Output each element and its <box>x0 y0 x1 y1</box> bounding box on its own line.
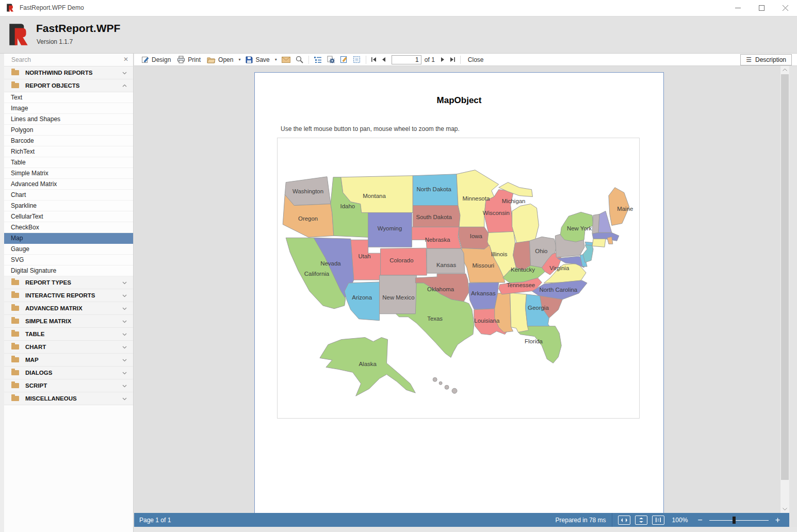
vertical-scrollbar[interactable] <box>780 66 789 513</box>
sidebar-item-cellulartext[interactable]: CellularText <box>4 211 133 222</box>
prev-page-button[interactable] <box>379 56 388 63</box>
sidebar-item-richtext[interactable]: RichText <box>4 146 133 157</box>
sidebar-item-table[interactable]: Table <box>4 157 133 168</box>
sidebar: ✕ NORTHWIND REPORTSREPORT OBJECTSTextIma… <box>0 54 134 532</box>
state-label-louisiana: Louisiana <box>474 318 500 324</box>
outline-button[interactable] <box>312 55 324 64</box>
sidebar-item-text[interactable]: Text <box>4 92 133 103</box>
scroll-up-icon[interactable] <box>780 66 789 74</box>
state-connecticut[interactable] <box>592 239 606 247</box>
find-button[interactable] <box>293 55 306 64</box>
state-hawaii[interactable] <box>439 381 442 385</box>
description-button[interactable]: ☰ Description <box>740 54 792 65</box>
one-to-one-icon <box>655 518 661 522</box>
sidebar-item-image[interactable]: Image <box>4 103 133 114</box>
item-label: Advanced Matrix <box>11 180 57 188</box>
edit-page-button[interactable] <box>337 55 350 64</box>
scroll-down-icon[interactable] <box>780 505 789 513</box>
watermark-button[interactable] <box>350 55 363 64</box>
sidebar-folder-interactive-reports[interactable]: INTERACTIVE REPORTS <box>4 289 133 302</box>
sidebar-item-gauge[interactable]: Gauge <box>4 244 133 255</box>
sidebar-folder-advanced-matrix[interactable]: ADVANCED MATRIX <box>4 302 133 315</box>
sidebar-item-advanced-matrix[interactable]: Advanced Matrix <box>4 179 133 190</box>
sidebar-item-lines-and-shapes[interactable]: Lines and Shapes <box>4 114 133 125</box>
state-label-south-dakota: South Dakota <box>416 214 452 220</box>
open-dropdown-arrow[interactable]: ▾ <box>236 57 242 62</box>
chevron-down-icon <box>122 344 127 350</box>
sidebar-folder-simple-matrix[interactable]: SIMPLE MATRIX <box>4 315 133 328</box>
print-button[interactable]: Print <box>174 55 204 64</box>
zoom-out-button[interactable]: − <box>695 516 704 524</box>
design-button[interactable]: Design <box>138 55 174 64</box>
page-setup-button[interactable] <box>324 55 337 64</box>
search-input[interactable] <box>10 55 116 65</box>
next-page-button[interactable] <box>438 56 447 63</box>
sidebar-folder-map[interactable]: MAP <box>4 354 133 367</box>
item-label: Gauge <box>11 245 29 253</box>
item-label: Barcode <box>11 137 34 144</box>
sidebar-folder-northwind-reports[interactable]: NORTHWIND REPORTS <box>4 66 133 79</box>
toolbar-separator <box>366 56 366 64</box>
save-dropdown-arrow[interactable]: ▾ <box>273 57 279 62</box>
state-label-oregon: Oregon <box>298 215 318 222</box>
folder-label: REPORT OBJECTS <box>25 82 79 89</box>
folder-icon <box>11 383 19 388</box>
item-label: Text <box>11 94 22 101</box>
fit-width-icon <box>621 518 627 522</box>
close-preview-button[interactable]: Close <box>463 55 489 64</box>
state-kansas[interactable] <box>427 248 465 273</box>
sidebar-folder-report-objects[interactable]: REPORT OBJECTS <box>4 79 133 92</box>
app-header: FastReport.WPF Version 1.1.7 <box>0 16 797 54</box>
close-window-button[interactable] <box>773 0 797 16</box>
email-button[interactable] <box>279 56 293 64</box>
sidebar-folder-dialogs[interactable]: DIALOGS <box>4 367 133 379</box>
sidebar-folder-miscellaneous[interactable]: MISCELLANEOUS <box>4 392 133 405</box>
chevron-up-icon <box>122 83 127 89</box>
sidebar-folder-table[interactable]: TABLE <box>4 328 133 341</box>
open-button[interactable]: Open <box>204 55 236 64</box>
state-indiana[interactable] <box>513 241 531 270</box>
state-arizona[interactable] <box>345 282 380 321</box>
state-rhode-island[interactable] <box>607 237 613 244</box>
zoom-slider[interactable] <box>709 516 769 524</box>
zoom-in-button[interactable]: + <box>773 516 782 524</box>
sidebar-item-digital-signature[interactable]: Digital Signature <box>4 265 133 276</box>
save-button[interactable]: Save <box>242 55 272 64</box>
state-florida[interactable] <box>518 326 562 363</box>
sidebar-item-polygon[interactable]: Polygon <box>4 125 133 136</box>
sidebar-folder-script[interactable]: SCRIPT <box>4 379 133 392</box>
sidebar-item-simple-matrix[interactable]: Simple Matrix <box>4 168 133 179</box>
us-map[interactable]: WashingtonOregonIdahoMontanaWyomingNorth… <box>278 138 639 418</box>
one-to-one-button[interactable] <box>652 516 664 525</box>
vertical-scroll-thumb[interactable] <box>781 74 789 480</box>
page-number-input[interactable] <box>392 55 421 64</box>
fit-page-width-button[interactable] <box>618 516 630 525</box>
sidebar-item-barcode[interactable]: Barcode <box>4 136 133 146</box>
minimize-button[interactable] <box>726 0 750 16</box>
state-hawaii[interactable] <box>433 377 437 381</box>
email-envelope-icon <box>282 57 290 63</box>
last-page-button[interactable] <box>447 56 458 63</box>
fit-whole-page-button[interactable] <box>635 516 647 525</box>
sidebar-item-chart[interactable]: Chart <box>4 190 133 201</box>
sidebar-item-map[interactable]: Map <box>4 233 133 244</box>
hamburger-icon: ☰ <box>746 56 752 63</box>
state-label-north-carolina: North Carolina <box>539 287 577 293</box>
maximize-button[interactable] <box>750 0 773 16</box>
state-label-new-mexico: New Mexico <box>382 294 414 301</box>
sidebar-folder-chart[interactable]: CHART <box>4 341 133 354</box>
zoom-slider-thumb[interactable] <box>733 517 736 524</box>
clear-search-icon[interactable]: ✕ <box>123 56 128 63</box>
folder-icon <box>11 331 19 337</box>
sidebar-item-sparkline[interactable]: Sparkline <box>4 201 133 211</box>
search-magnifier-icon <box>296 56 303 63</box>
state-label-texas: Texas <box>427 315 443 322</box>
preview-area[interactable]: MapObject Use the left mouse button to p… <box>134 66 780 513</box>
sidebar-item-checkbox[interactable]: CheckBox <box>4 222 133 233</box>
first-page-button[interactable] <box>369 56 379 63</box>
state-hawaii[interactable] <box>445 385 449 389</box>
sidebar-item-svg[interactable]: SVG <box>4 255 133 265</box>
state-hawaii[interactable] <box>452 388 457 393</box>
state-label-new-york: New York <box>567 225 592 231</box>
sidebar-folder-report-types[interactable]: REPORT TYPES <box>4 276 133 289</box>
